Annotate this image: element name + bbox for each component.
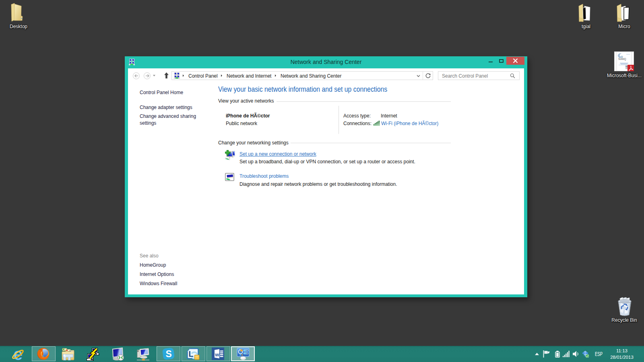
svg-text:L: L <box>189 350 194 358</box>
svg-text:w: w <box>215 352 219 358</box>
svg-text:SolidQ: SolidQ <box>618 58 626 61</box>
svg-text:S: S <box>166 349 172 359</box>
